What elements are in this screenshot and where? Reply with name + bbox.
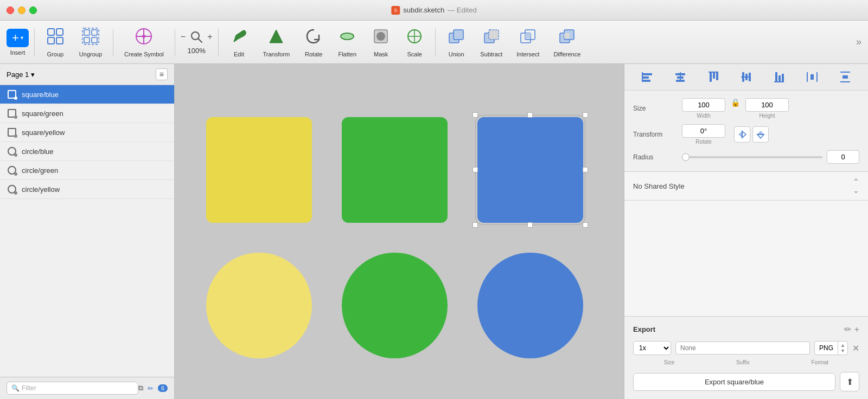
group-button[interactable]: Group — [40, 23, 71, 61]
export-share-button[interactable]: ⬆ — [840, 372, 859, 391]
size-inputs: Width 🔒 Height — [682, 98, 859, 119]
main-layout: Page 1 ▾ ≡ square/blue square/green — [0, 64, 868, 399]
svg-rect-56 — [843, 75, 848, 79]
difference-button[interactable]: Difference — [548, 23, 586, 61]
shape-cell-blue-square — [468, 107, 592, 232]
toolbar: + ▾ Insert Group Ungroup Create Symbol −… — [0, 21, 868, 64]
rotate-label: Rotate — [305, 51, 322, 57]
traffic-lights — [7, 7, 37, 14]
layer-name-square-yellow: square/yellow — [22, 128, 65, 137]
zoom-minus-button[interactable]: − — [181, 32, 186, 42]
handle-bottom-left[interactable] — [473, 222, 478, 228]
radius-slider[interactable] — [682, 156, 822, 158]
subtract-icon — [482, 27, 501, 49]
lock-icon[interactable]: 🔒 — [731, 98, 740, 107]
shared-style-row[interactable]: No Shared Style ⌃⌄ — [624, 172, 868, 201]
handle-bottom-right[interactable] — [583, 222, 588, 228]
sidebar-add-page-button[interactable]: ≡ — [156, 68, 168, 80]
export-main-button[interactable]: Export square/blue — [633, 373, 835, 391]
layer-item-square-yellow[interactable]: square/yellow — [0, 123, 174, 142]
close-button[interactable] — [7, 7, 14, 14]
mask-button[interactable]: Mask — [366, 23, 396, 61]
rotate-input[interactable] — [682, 124, 725, 138]
group-label: Group — [47, 51, 64, 57]
maximize-button[interactable] — [29, 7, 37, 14]
circle-blue[interactable] — [477, 253, 583, 358]
handle-middle-left[interactable] — [473, 167, 478, 172]
copy-layers-icon[interactable]: ⧉ — [138, 384, 143, 392]
flip-horizontal-button[interactable] — [734, 126, 750, 143]
export-action-buttons: ✏ + — [844, 324, 859, 334]
export-format-arrows[interactable]: ▲▼ — [838, 342, 847, 355]
align-left-button[interactable] — [640, 69, 655, 85]
svg-rect-2 — [48, 37, 54, 44]
layer-icon-circle-yellow — [7, 184, 17, 195]
flatten-button[interactable]: Flatten — [332, 23, 362, 61]
insert-label: Insert — [10, 49, 25, 56]
align-bottom-button[interactable] — [771, 69, 787, 85]
export-delete-button[interactable]: ✕ — [852, 343, 859, 353]
edit-button[interactable]: Edit — [224, 23, 254, 61]
export-suffix-input[interactable] — [675, 342, 810, 355]
align-middle-vertical-button[interactable] — [738, 69, 754, 85]
page-selector[interactable]: Page 1 ▾ — [7, 70, 35, 79]
edit-pencil-icon[interactable]: ✏ — [148, 384, 154, 392]
transform-controls: Rotate — [682, 124, 769, 145]
ungroup-button[interactable]: Ungroup — [74, 23, 107, 61]
handle-top-middle[interactable] — [527, 112, 533, 118]
height-input[interactable] — [745, 98, 789, 112]
layer-item-circle-green[interactable]: circle/green — [0, 161, 174, 180]
layer-item-circle-yellow[interactable]: circle/yellow — [0, 180, 174, 199]
radius-input[interactable] — [827, 150, 859, 164]
zoom-value[interactable]: 100% — [188, 47, 206, 55]
intersect-button[interactable]: Intersect — [511, 23, 545, 61]
svg-rect-5 — [92, 30, 97, 35]
insert-button[interactable]: + ▾ Insert — [7, 29, 29, 56]
footer-actions: ⧉ ✏ 6 — [138, 384, 168, 392]
svg-rect-30 — [564, 33, 570, 38]
svg-line-12 — [198, 38, 202, 42]
circle-green[interactable] — [342, 253, 448, 358]
layer-item-square-blue[interactable]: square/blue — [0, 85, 174, 104]
handle-top-right[interactable] — [583, 112, 588, 118]
distribute-vertical-button[interactable] — [838, 69, 853, 85]
mask-label: Mask — [374, 51, 388, 57]
width-input[interactable] — [682, 98, 725, 112]
layer-item-square-green[interactable]: square/green — [0, 104, 174, 123]
square-blue[interactable] — [477, 117, 583, 223]
circle-yellow[interactable] — [206, 253, 312, 358]
square-green[interactable] — [342, 117, 448, 223]
subtract-button[interactable]: Subtract — [475, 23, 508, 61]
flip-vertical-button[interactable] — [752, 126, 769, 143]
export-size-select[interactable]: 1x 2x 3x — [633, 341, 671, 355]
union-button[interactable]: Union — [441, 23, 471, 61]
svg-rect-0 — [48, 29, 54, 35]
handle-top-left[interactable] — [473, 112, 478, 118]
svg-rect-47 — [775, 72, 777, 82]
distribute-horizontal-button[interactable] — [805, 69, 820, 85]
export-suffix-sub: Suffix — [736, 359, 750, 365]
square-yellow[interactable] — [206, 117, 312, 223]
zoom-control: − + 100% — [181, 29, 213, 55]
align-center-horizontal-button[interactable] — [673, 69, 688, 85]
scale-button[interactable]: Scale — [399, 23, 430, 61]
layer-item-circle-blue[interactable]: circle/blue — [0, 142, 174, 161]
handle-bottom-middle[interactable] — [527, 222, 533, 228]
size-row: Size Width 🔒 Height — [633, 98, 859, 119]
handle-middle-right[interactable] — [583, 167, 588, 172]
canvas[interactable] — [175, 64, 624, 399]
align-top-button[interactable] — [706, 69, 721, 85]
toolbar-overflow-button[interactable]: » — [856, 36, 861, 48]
toolbar-separator-1 — [34, 29, 35, 56]
filter-search-box[interactable]: 🔍 Filter — [7, 382, 138, 395]
export-add-button[interactable]: + — [854, 324, 859, 334]
transform-button[interactable]: Transform — [258, 23, 296, 61]
create-symbol-button[interactable]: Create Symbol — [119, 23, 169, 61]
subtract-label: Subtract — [480, 51, 502, 57]
export-edit-button[interactable]: ✏ — [844, 324, 851, 334]
svg-rect-33 — [642, 80, 650, 82]
rotate-button[interactable]: Rotate — [298, 23, 329, 61]
minimize-button[interactable] — [18, 7, 25, 14]
zoom-plus-button[interactable]: + — [207, 32, 212, 42]
shapes-grid — [196, 107, 592, 368]
